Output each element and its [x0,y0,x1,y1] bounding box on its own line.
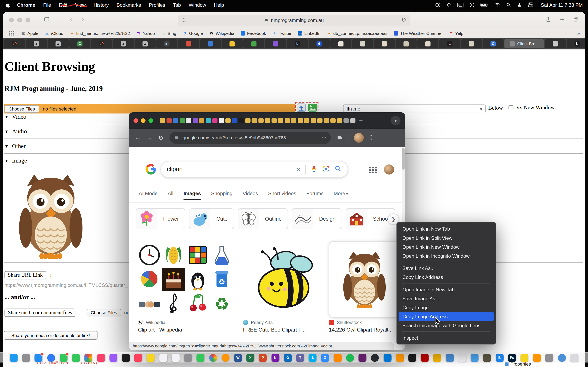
apple-menu-icon[interactable] [5,2,10,8]
dock-slack[interactable] [359,354,366,362]
dock-calendar[interactable] [172,354,180,362]
tab-favicon[interactable] [180,118,185,123]
scrollbar-thumb[interactable] [402,148,405,170]
safari-tab[interactable]: ▲ [26,39,47,48]
tab-favicon[interactable] [297,118,303,123]
collage-image-flask[interactable] [210,243,233,267]
dock-preview[interactable] [471,354,479,362]
safari-tab[interactable] [330,39,351,48]
safari-tab[interactable] [374,39,395,48]
keyboard-icon[interactable] [457,2,463,7]
dock-vscode[interactable] [383,354,391,362]
sidebar-icon[interactable] [43,17,50,24]
reload-icon[interactable] [401,17,406,24]
play-icon[interactable] [469,2,475,8]
dock-outlook[interactable]: O [284,354,292,362]
dock-skype[interactable]: S [309,354,317,362]
dock-trash[interactable] [570,354,578,362]
spotlight-search-icon[interactable] [506,2,511,8]
menu-window[interactable]: Window [189,2,206,8]
filter-chip-cute[interactable]: Cute [189,208,234,229]
dock-safari[interactable] [47,354,55,362]
tab-favicon[interactable] [206,118,211,123]
collage-image-birthday-cake[interactable] [162,268,185,291]
menu-item-open-link-in-new-tab[interactable]: Open Link in New Tab [398,224,494,233]
tab-favicon[interactable] [232,118,237,123]
tab-favicon[interactable] [251,118,257,123]
result-image-owl[interactable] [329,241,400,318]
google-account-avatar[interactable] [384,164,394,175]
menu-item-inspect[interactable]: Inspect [398,333,494,342]
bookmark-google[interactable]: GGoogle [182,31,203,35]
bookmarks-grid-icon[interactable] [9,31,15,35]
dock-news[interactable] [134,354,142,362]
tab-favicon[interactable] [199,118,204,123]
dock-github[interactable] [371,354,379,362]
safari-address-bar[interactable]: rjmprogramming.com.au [178,15,410,26]
dock-messages[interactable] [60,354,68,362]
choose-files-button[interactable]: Choose Files [4,105,39,113]
dock-photos[interactable] [85,354,93,362]
result-image-bee[interactable] [243,243,325,315]
dock-zoom[interactable]: Z [321,354,329,362]
tab-favicon[interactable] [317,118,323,123]
section-toggle-image[interactable]: ▼Image [4,157,27,164]
tab-favicon[interactable] [350,118,355,123]
menu-item-open-link-in-incognito-window[interactable]: Open Link in Incognito Window [398,251,494,260]
tab-favicon[interactable] [225,118,231,123]
menu-help[interactable]: Help [214,2,224,8]
bookmark-yelp[interactable]: YYelp [449,31,463,35]
safari-tab[interactable]: cP [91,39,112,48]
chrome-menu-icon[interactable] [369,135,373,141]
tab-favicon[interactable] [219,118,224,123]
bookmarks-overflow-icon[interactable]: » [577,31,579,36]
tab-favicon[interactable] [291,118,296,123]
dock-tv[interactable] [122,354,130,362]
safari-tab[interactable]: L [567,39,585,48]
search-query[interactable]: clipart [167,166,291,173]
tab-favicon[interactable] [271,118,277,123]
safari-tab[interactable] [243,39,264,48]
safari-tab[interactable] [461,39,482,48]
bookmark-find-minus-rep-22s-22[interactable]: ●find_minus....rep+%22s%22 [70,31,130,35]
search-tab-images[interactable]: Images [183,191,201,196]
profile-avatar[interactable] [354,133,364,143]
tab-favicon[interactable] [324,118,329,123]
menu-item-save-link-as[interactable]: Save Link As... [398,264,494,273]
dock-mail[interactable] [35,354,43,362]
dock-terminal[interactable] [408,354,416,362]
google-search-box[interactable]: clipart × [160,161,348,178]
dock-sequel-pro[interactable] [446,354,454,362]
collage-image-recycle-bin[interactable]: ♻ [210,268,233,291]
active-app-name[interactable]: Chrome [17,2,35,8]
bookmark-facebook[interactable]: fFacebook [241,31,266,35]
safari-tab[interactable] [200,39,221,48]
tab-favicon[interactable] [186,118,191,123]
chevron-down-icon[interactable] [57,17,61,24]
dock-teams[interactable]: T [296,354,304,362]
section-toggle-audio[interactable]: ▼Audio [4,128,27,135]
minimize-window-button[interactable] [17,17,22,22]
bookmark-icloud[interactable]: ☁iCloud [45,31,63,35]
collage-image-penguin[interactable] [186,268,209,291]
collage-image-recycle-symbol[interactable]: ♻ [210,292,233,315]
menu-item-save-image-as[interactable]: Save Image As... [398,294,494,303]
dock-filezilla[interactable] [421,354,429,362]
dock-firefox[interactable] [222,354,229,362]
bookmark-linkedin[interactable]: inLinkedIn [298,31,320,35]
dock-finder[interactable] [10,354,18,362]
dock-onenote[interactable]: N [271,354,279,362]
menu-edit[interactable]: Edit [59,2,67,8]
search-tab-more[interactable]: More ▾ [334,191,348,196]
menu-history[interactable]: History [94,2,109,8]
back-icon[interactable] [69,16,73,24]
safari-tab[interactable]: 6 [309,39,330,48]
tab-favicon[interactable] [160,118,165,123]
collage-image-pie-chart[interactable] [138,268,161,291]
section-toggle-video[interactable]: ▼Video [4,114,26,120]
share-media-label[interactable]: Share media or document files [4,309,75,317]
dock-bbedit[interactable]: B [495,354,503,362]
tab-favicon[interactable] [337,118,342,123]
dock-system-settings[interactable] [545,354,553,362]
tab-favicon[interactable] [278,118,283,123]
